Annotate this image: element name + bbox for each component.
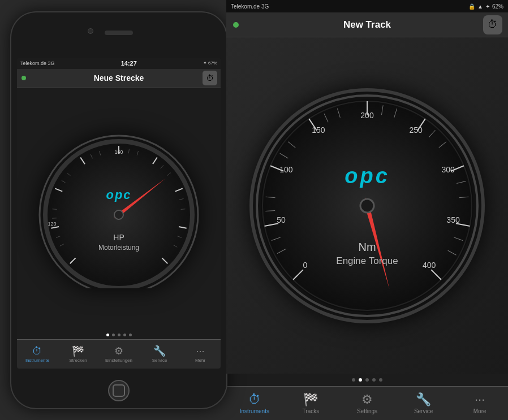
gauge-area-right: 0 50 100 150 200 250 300 350 400 opc [226, 37, 508, 374]
page-title-left: Neue Strecke [94, 73, 144, 83]
tab-instruments-left[interactable]: ⏱ Instrumente [17, 345, 58, 363]
svg-text:160: 160 [114, 149, 123, 155]
home-button-inner [113, 384, 125, 397]
status-dot-right [233, 22, 239, 28]
nav-bar-left: Neue Strecke ⏱ [17, 69, 221, 88]
page-dot-4 [123, 334, 126, 336]
clock-button-left[interactable]: ⏱ [203, 71, 217, 85]
svg-text:100: 100 [279, 164, 293, 174]
svg-text:150: 150 [312, 125, 325, 135]
desc-label-right: Engine Torque [336, 256, 398, 266]
phone-screen-left: Telekom.de 3G 14:27 ✦ 67% Neue Strecke ⏱ [17, 58, 221, 369]
svg-text:400: 400 [423, 260, 436, 269]
tab-instruments-right[interactable]: ⏱ Instruments [226, 392, 283, 414]
gauge-left: 0 40 80 120 160 200 240 280 320 opc [34, 130, 204, 288]
tracks-icon-right: 🏁 [303, 392, 318, 407]
tab-tracks-left[interactable]: 🏁 Strecken [58, 345, 98, 363]
page-dots-left [17, 331, 221, 339]
page-dot-3 [118, 334, 120, 336]
tab-settings-right[interactable]: ⚙ Settings [339, 392, 395, 414]
settings-icon-left: ⚙ [114, 345, 123, 357]
location-icon: ▲ [477, 3, 483, 10]
scene: Telekom.de 3G 14:27 ✦ 67% Neue Strecke ⏱ [0, 0, 508, 420]
home-button-left[interactable] [108, 380, 130, 401]
more-icon-right: ··· [475, 392, 485, 407]
phone-camera [88, 28, 93, 34]
opc-logo-right: opc [345, 164, 390, 188]
svg-text:200: 200 [360, 111, 374, 120]
status-dot-left [21, 76, 26, 80]
svg-text:250: 250 [409, 125, 423, 135]
svg-text:300: 300 [442, 164, 455, 174]
tab-service-right[interactable]: 🔧 Service [395, 392, 452, 414]
settings-icon-right: ⚙ [361, 392, 373, 407]
carrier-right: Telekom.de 3G [231, 3, 269, 10]
status-bar-left: Telekom.de 3G 14:27 ✦ 67% [17, 58, 221, 69]
desc-label-left: Motorleistung [98, 244, 139, 252]
tab-label-more-right: More [473, 408, 487, 414]
page-dot-r3 [365, 378, 369, 382]
opc-logo-left: opc [106, 188, 131, 202]
battery-left: ✦ 67% [203, 60, 217, 66]
tab-label-settings-left: Einstellungen [105, 358, 132, 363]
tab-tracks-right[interactable]: 🏁 Tracks [283, 392, 339, 414]
page-dot-r5 [379, 378, 382, 382]
clock-button-right[interactable]: ⏱ [483, 15, 502, 34]
tab-service-left[interactable]: 🔧 Service [139, 345, 180, 363]
page-dot-r1 [352, 378, 355, 382]
tab-label-settings-right: Settings [357, 408, 377, 414]
nav-bar-right: New Track ⏱ [226, 12, 508, 37]
carrier-left: Telekom.de 3G [20, 60, 55, 66]
instruments-icon-left: ⏱ [32, 345, 42, 357]
tab-more-right[interactable]: ··· More [451, 392, 508, 414]
svg-text:120: 120 [48, 221, 56, 227]
gauge-area-left: 0 40 80 120 160 200 240 280 320 opc [17, 88, 221, 331]
page-dot-r4 [372, 378, 376, 382]
page-dot-r2 [359, 378, 362, 382]
phone-left: Telekom.de 3G 14:27 ✦ 67% Neue Strecke ⏱ [11, 12, 226, 408]
service-icon-right: 🔧 [416, 392, 431, 407]
more-icon-left: ··· [196, 345, 204, 357]
tab-more-left[interactable]: ··· Mehr [180, 345, 221, 363]
tab-bar-left: ⏱ Instrumente 🏁 Strecken ⚙ Einstellungen… [17, 339, 221, 369]
battery-icon: 67% [208, 60, 217, 66]
phone-speaker [105, 31, 133, 35]
time-left: 14:27 [121, 60, 137, 67]
tab-settings-left[interactable]: ⚙ Einstellungen [98, 345, 139, 363]
tab-bar-right: ⏱ Instruments 🏁 Tracks ⚙ Settings 🔧 Serv… [226, 386, 508, 420]
page-dots-right [226, 374, 508, 386]
battery-right: 🔒 ▲ ✦ 62% [468, 3, 503, 10]
tab-label-more-left: Mehr [195, 358, 205, 363]
page-title-right: New Track [343, 19, 391, 31]
screen-right: Telekom.de 3G 🔒 ▲ ✦ 62% New Track ⏱ [226, 0, 508, 420]
tab-label-tracks-left: Strecken [69, 358, 87, 363]
instruments-icon-right: ⏱ [248, 392, 261, 407]
tab-label-service-right: Service [414, 408, 433, 414]
bluetooth-icon: ✦ [203, 60, 207, 66]
tab-label-instruments-right: Instruments [240, 408, 269, 414]
svg-text:50: 50 [277, 215, 286, 224]
bluetooth-icon-right: ✦ [485, 3, 490, 10]
page-dot-2 [112, 334, 115, 336]
service-icon-left: 🔧 [153, 345, 166, 357]
lock-icon: 🔒 [468, 3, 475, 10]
tracks-icon-left: 🏁 [72, 345, 84, 357]
tab-label-service-left: Service [152, 358, 167, 363]
page-dot-5 [129, 334, 132, 336]
status-bar-right: Telekom.de 3G 🔒 ▲ ✦ 62% [226, 0, 508, 12]
svg-text:0: 0 [303, 260, 308, 269]
page-dot-1 [106, 334, 109, 336]
tab-label-tracks-right: Tracks [303, 408, 320, 414]
svg-text:350: 350 [446, 215, 460, 224]
gauge-right: 0 50 100 150 200 250 300 350 400 opc [246, 84, 489, 327]
battery-value-right: 62% [492, 3, 503, 10]
unit-label-left: HP [113, 233, 124, 242]
unit-label-right: Nm [358, 241, 376, 253]
tab-label-instruments-left: Instrumente [25, 358, 49, 363]
